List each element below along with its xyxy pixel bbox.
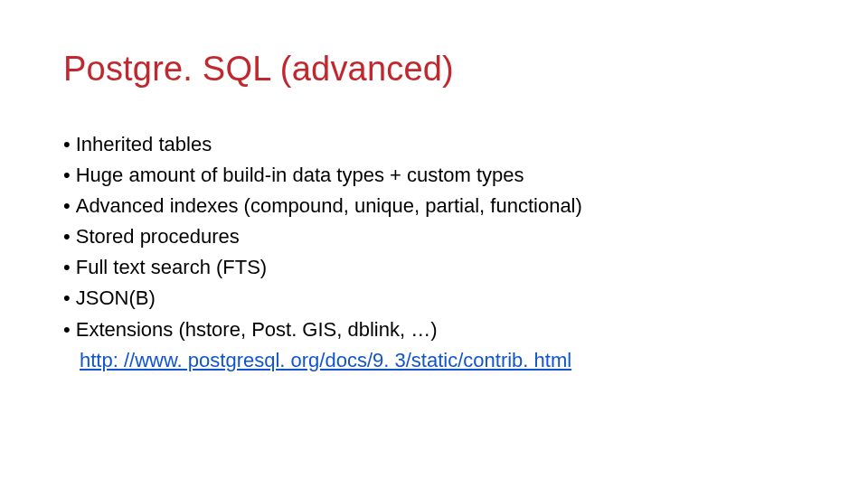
- bullet-icon: •: [63, 314, 76, 345]
- bullet-text: Full text search (FTS): [76, 252, 805, 283]
- list-item: • JSON(B): [63, 283, 805, 314]
- bullet-text: Extensions (hstore, Post. GIS, dblink, ……: [76, 314, 805, 345]
- list-item: • Advanced indexes (compound, unique, pa…: [63, 191, 805, 221]
- bullet-text: Huge amount of build-in data types + cus…: [76, 160, 805, 191]
- list-item: • Full text search (FTS): [63, 252, 805, 283]
- bullet-text: JSON(B): [76, 283, 805, 314]
- bullet-icon: •: [63, 252, 76, 283]
- slide: Postgre. SQL (advanced) • Inherited tabl…: [0, 0, 868, 488]
- bullet-icon: •: [63, 160, 76, 191]
- docs-link[interactable]: http: //www. postgresql. org/docs/9. 3/s…: [80, 349, 571, 371]
- bullet-icon: •: [63, 221, 76, 252]
- bullet-list: • Inherited tables • Huge amount of buil…: [63, 129, 805, 376]
- bullet-icon: •: [63, 129, 76, 160]
- bullet-icon: •: [63, 191, 76, 221]
- list-item: • Stored procedures: [63, 221, 805, 252]
- slide-title: Postgre. SQL (advanced): [63, 50, 805, 89]
- bullet-text: Advanced indexes (compound, unique, part…: [76, 191, 805, 221]
- list-item: • Huge amount of build-in data types + c…: [63, 160, 805, 191]
- list-item: • Inherited tables: [63, 129, 805, 160]
- extensions-link-line: http: //www. postgresql. org/docs/9. 3/s…: [80, 345, 805, 376]
- bullet-text: Inherited tables: [76, 129, 805, 160]
- bullet-icon: •: [63, 283, 76, 314]
- list-item: • Extensions (hstore, Post. GIS, dblink,…: [63, 314, 805, 345]
- bullet-text: Stored procedures: [76, 221, 805, 252]
